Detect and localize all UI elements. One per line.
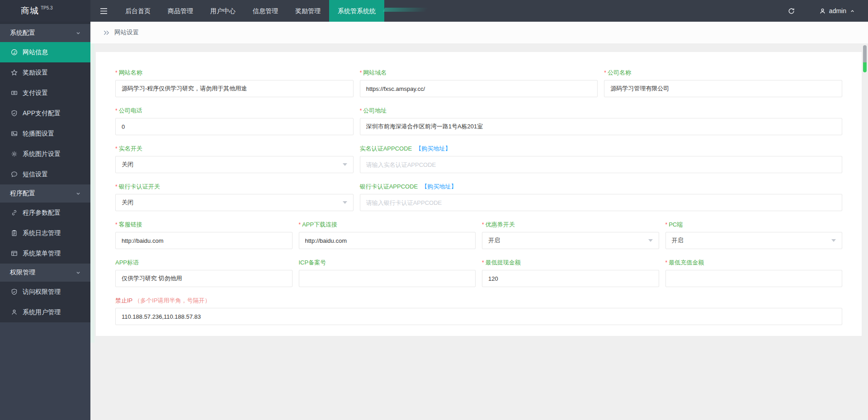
nav-item-users[interactable]: 用户中心 (202, 0, 244, 22)
sidebar-section-permissions[interactable]: 权限管理 (0, 264, 90, 282)
field-bankcard-switch: *银行卡认证开关 关闭 (115, 183, 354, 211)
dropdown-caret-icon (831, 239, 836, 242)
refresh-icon[interactable] (781, 7, 802, 15)
company-phone-input[interactable] (115, 118, 354, 135)
sidebar-section-system-config[interactable]: 系统配置 (0, 24, 90, 42)
service-link-input[interactable] (115, 232, 292, 249)
field-icp-number: ICP备案号 (299, 259, 476, 287)
sidebar-item-label: 轮播图设置 (23, 130, 54, 138)
site-domain-input[interactable] (360, 80, 598, 97)
pc-switch-select[interactable]: 开启 (665, 232, 843, 249)
select-value: 开启 (672, 236, 684, 245)
page-title: 网站设置 (114, 28, 139, 37)
sidebar: 系统配置 网站信息 奖励设置 (0, 22, 90, 420)
double-chevron-icon (103, 29, 110, 36)
forbidden-ip-input[interactable] (115, 308, 842, 325)
field-min-withdraw: *最低提现金额 (482, 259, 659, 287)
sidebar-item-carousel-settings[interactable]: 轮播图设置 (0, 123, 90, 144)
sidebar-item-system-users[interactable]: 系统用户管理 (0, 302, 90, 322)
icp-number-input[interactable] (299, 270, 476, 287)
sidebar-item-reward-settings[interactable]: 奖励设置 (0, 62, 90, 83)
buy-link[interactable]: 【购买地址】 (421, 183, 457, 190)
scrollbar-thumb-accent (863, 62, 867, 72)
settings-form-card: *网站名称 *网站域名 *公司名称 *公司电话 (96, 52, 862, 336)
bankcard-switch-select[interactable]: 关闭 (115, 194, 354, 211)
required-asterisk: * (360, 108, 362, 114)
realname-switch-select[interactable]: 关闭 (115, 156, 354, 173)
chat-icon (11, 171, 18, 178)
star-icon (11, 69, 18, 76)
sidebar-section-program-config[interactable]: 程序配置 (0, 184, 90, 203)
realname-appcode-input[interactable] (360, 156, 842, 173)
nav-item-products[interactable]: 商品管理 (159, 0, 202, 22)
required-asterisk: * (115, 146, 118, 152)
user-menu[interactable]: admin (819, 7, 868, 14)
sidebar-item-system-images[interactable]: 系统图片设置 (0, 144, 90, 164)
field-label: 实名认证APPCODE (360, 145, 412, 152)
required-asterisk: * (299, 222, 301, 228)
sidebar-item-payment-settings[interactable]: 支付设置 (0, 83, 90, 103)
section-label: 系统配置 (10, 29, 35, 37)
field-pc-switch: *PC端 开启 (665, 221, 843, 249)
field-label: 最低提现金额 (486, 259, 521, 266)
nav-item-system-active[interactable]: 系统管系统统 (329, 0, 384, 22)
field-label: 实名开关 (119, 145, 142, 152)
sidebar-item-sms-settings[interactable]: 短信设置 (0, 164, 90, 184)
banknote-icon (11, 90, 18, 96)
field-label: 网站域名 (363, 69, 387, 76)
sidebar-item-label: 系统图片设置 (23, 150, 61, 158)
nav-item-dashboard[interactable]: 后台首页 (117, 0, 159, 22)
field-site-name: *网站名称 (115, 69, 354, 97)
nav-item-info[interactable]: 信息管理 (244, 0, 287, 22)
field-service-link: *客服链接 (115, 221, 292, 249)
sidebar-item-system-logs[interactable]: 系统日志管理 (0, 223, 90, 243)
sidebar-item-program-params[interactable]: 程序参数配置 (0, 203, 90, 223)
app-download-link-input[interactable] (299, 232, 476, 249)
sidebar-item-access-permissions[interactable]: 访问权限管理 (0, 282, 90, 302)
min-withdraw-input[interactable] (482, 270, 659, 287)
company-name-input[interactable] (604, 80, 842, 97)
select-value: 关闭 (122, 160, 133, 169)
window-icon (11, 250, 18, 257)
clipboard-icon (11, 230, 18, 236)
user-icon (819, 8, 826, 14)
topbar: 商城 TP5.3 后台首页 商品管理 用户中心 信息管理 奖励管理 系统管系统统 (0, 0, 868, 22)
topbar-right: admin (781, 0, 868, 22)
site-name-input[interactable] (115, 80, 354, 97)
field-coupon-switch: *优惠券开关 开启 (482, 221, 659, 249)
app-slogan-input[interactable] (115, 270, 292, 287)
dropdown-caret-icon (343, 201, 347, 204)
section-label: 程序配置 (10, 189, 35, 198)
field-label: 公司电话 (119, 107, 142, 114)
active-tab-label: 系统管系统统 (338, 7, 376, 14)
nav-item-rewards[interactable]: 奖励管理 (287, 0, 329, 22)
chevron-down-icon (75, 190, 81, 197)
user-icon (11, 309, 18, 316)
field-label: APP下载连接 (302, 221, 337, 228)
render-artifact-strip (90, 43, 94, 343)
buy-link[interactable]: 【购买地址】 (415, 145, 451, 152)
field-company-name: *公司名称 (604, 69, 842, 97)
field-label: 银行卡认证开关 (119, 183, 160, 190)
breadcrumb: 网站设置 (90, 22, 868, 43)
sidebar-item-app-payment-config[interactable]: APP支付配置 (0, 103, 90, 123)
dropdown-caret-icon (343, 163, 347, 166)
company-address-input[interactable] (360, 118, 842, 135)
sidebar-filler (0, 322, 90, 420)
sidebar-item-system-menus[interactable]: 系统菜单管理 (0, 243, 90, 264)
hamburger-menu-icon[interactable] (90, 0, 117, 22)
app-logo: 商城 TP5.3 (0, 0, 90, 22)
coupon-switch-select[interactable]: 开启 (482, 232, 659, 249)
min-recharge-input[interactable] (665, 270, 843, 287)
chevron-down-icon (75, 30, 81, 36)
sidebar-item-site-info[interactable]: 网站信息 (0, 42, 90, 62)
scrollbar-thumb[interactable] (863, 45, 867, 62)
field-app-slogan: APP标语 (115, 259, 292, 287)
bankcard-appcode-input[interactable] (360, 194, 842, 211)
required-asterisk: * (115, 70, 118, 76)
scrollbar[interactable] (863, 45, 867, 72)
link-icon (11, 209, 18, 216)
dropdown-caret-icon (648, 239, 653, 242)
field-label: 客服链接 (119, 221, 142, 228)
section-label: 权限管理 (10, 269, 35, 277)
